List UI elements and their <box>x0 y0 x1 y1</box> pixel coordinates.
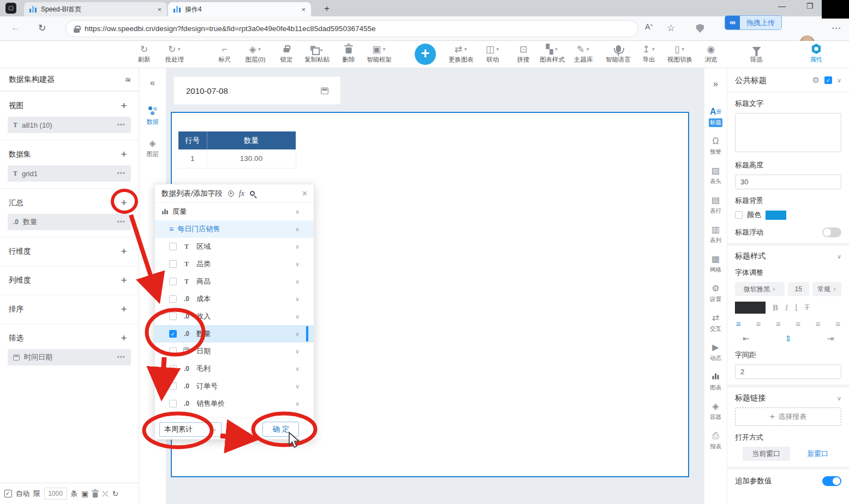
open-new-window-button[interactable]: 新窗口 <box>794 447 842 461</box>
summary-item[interactable]: .0 数量 ••• <box>8 214 131 230</box>
align-bottom-icon[interactable]: ≡ <box>835 319 840 328</box>
align-right-icon[interactable]: ≡ <box>776 319 781 328</box>
strip-item-title[interactable]: A≡ 标题 <box>704 106 727 127</box>
collapse-panel-icon[interactable]: ≡‹ <box>125 75 130 84</box>
strikethrough-icon[interactable]: T <box>805 303 810 312</box>
tab-close-icon[interactable]: × <box>301 5 306 14</box>
add-view-button[interactable]: + <box>118 100 130 112</box>
indent-end-icon[interactable]: ⇥ <box>827 334 834 344</box>
bg-color-checkbox[interactable] <box>735 211 743 219</box>
chevron-down-icon[interactable]: ∨ <box>295 313 300 320</box>
toolbar-voice[interactable]: 智能语言 <box>606 44 631 64</box>
item-more-icon[interactable]: ••• <box>117 218 125 226</box>
field-row[interactable]: .0 销售单价 ∨ <box>155 395 314 412</box>
search-icon[interactable] <box>250 191 255 196</box>
chevron-down-icon[interactable]: ∨ <box>295 296 300 303</box>
vertical-fit-icon[interactable]: ⇕ <box>785 334 792 344</box>
field-checkbox[interactable] <box>169 347 177 355</box>
chevron-down-icon[interactable]: ∨ <box>295 348 300 355</box>
tab-workspaces-icon[interactable]: ▢ <box>5 3 16 14</box>
new-tab-button[interactable]: + <box>320 2 334 15</box>
open-current-window-button[interactable]: 当前窗口 <box>743 447 790 461</box>
link-section-header[interactable]: 标题链接 ∨ <box>735 393 841 403</box>
item-more-icon[interactable]: ••• <box>117 353 125 361</box>
window-restore-button[interactable]: ❐ <box>806 2 814 10</box>
data-tab[interactable]: 数据 <box>139 106 166 126</box>
filter-item[interactable]: 时间日期 ••• <box>8 349 131 365</box>
code-window-icon[interactable]: ▣ <box>81 489 88 498</box>
align-top-icon[interactable]: ≡ <box>796 319 800 328</box>
toolbar-theme[interactable]: ✎▼ 主题库 <box>574 44 593 64</box>
chevron-down-icon[interactable]: ∨ <box>295 278 300 285</box>
add-col-dim-button[interactable]: + <box>118 274 130 286</box>
drag-upload-chip[interactable]: ∞ 拖拽上传 <box>725 15 782 30</box>
align-left-icon[interactable]: ≡ <box>736 319 741 328</box>
item-more-icon[interactable]: ••• <box>117 121 125 129</box>
browser-tab-home[interactable]: Speed-BI首页 × <box>24 2 167 16</box>
field-row[interactable]: .0 收入 ∨ <box>155 308 314 325</box>
field-row[interactable]: .0 成本 ∨ <box>155 290 314 308</box>
font-family-select[interactable]: 微软雅黑∨ <box>735 282 785 296</box>
browser-tab-design[interactable]: 操作4 × <box>168 2 311 16</box>
toolbar-delete[interactable]: 删除 <box>343 44 355 64</box>
toolbar-view-switch[interactable]: ▯▼ 视图切换 <box>667 44 692 64</box>
alias-input[interactable] <box>159 422 222 437</box>
field-checkbox[interactable] <box>169 365 177 373</box>
font-weight-select[interactable]: 常规∨ <box>812 282 841 296</box>
toolbar-refresh[interactable]: ↻ 刷新 <box>138 44 151 64</box>
toolbar-layers[interactable]: ◈▼ 图层(0) <box>245 44 265 64</box>
window-minimize-button[interactable]: — <box>778 2 786 10</box>
toolbar-change-chart[interactable]: ⇄▼ 更换图表 <box>449 44 474 64</box>
strip-item-table-cols[interactable]: ▥ 表列 <box>704 224 727 245</box>
strip-item-dynamic[interactable]: ▶ 动态 <box>704 342 727 363</box>
collapse-left-strip[interactable]: « <box>139 78 166 88</box>
field-checkbox[interactable] <box>169 400 177 407</box>
toolbar-ruler[interactable]: ⌐ 标尺 <box>219 44 231 64</box>
bold-icon[interactable]: B <box>773 303 778 313</box>
shield-icon[interactable] <box>696 24 704 33</box>
add-dataset-button[interactable]: + <box>118 148 130 160</box>
field-checkbox[interactable] <box>169 295 177 303</box>
toolbar-chart-style[interactable]: ▚▼ 图表样式 <box>540 44 565 64</box>
browser-menu-icon[interactable]: ⋯ <box>832 22 842 34</box>
auto-checkbox[interactable] <box>4 490 12 497</box>
toolbar-lock[interactable]: 锁定 <box>280 44 293 64</box>
align-middle-icon[interactable]: ≡ <box>816 319 821 328</box>
confirm-button[interactable]: 确 定 <box>262 422 299 437</box>
strip-item-settings[interactable]: ⚙ 设置 <box>704 283 727 304</box>
shuffle-icon[interactable]: ⤬ <box>102 489 108 499</box>
strip-item-container[interactable]: ◈ 容器 <box>704 401 727 422</box>
chevron-down-icon[interactable]: ∨ <box>295 261 300 268</box>
favorites-star-icon[interactable]: ☆ <box>667 22 675 34</box>
date-filter-widget[interactable]: 2010-07-08 <box>174 76 340 105</box>
tag-icon[interactable] <box>227 189 235 197</box>
chevron-down-icon[interactable]: ∨ <box>295 243 300 250</box>
toolbar-smart-frame[interactable]: ▣▼ 智能框架 <box>367 44 392 64</box>
chevron-down-icon[interactable]: ∨ <box>295 365 300 373</box>
chevron-down-icon[interactable]: ∨ <box>295 331 300 338</box>
font-color-swatch[interactable] <box>735 302 766 314</box>
toolbar-properties[interactable]: 属性 <box>810 44 823 64</box>
strip-item-interaction[interactable]: ⇄ 交互 <box>704 313 727 333</box>
title-height-input[interactable] <box>735 175 841 189</box>
limit-input[interactable] <box>44 488 67 500</box>
field-checkbox[interactable] <box>169 260 177 268</box>
style-section-header[interactable]: 标题样式 ∨ <box>735 251 841 261</box>
field-row[interactable]: 日期 ∨ <box>155 343 314 360</box>
field-row[interactable]: .0 毛利 ∨ <box>155 360 314 377</box>
field-row[interactable]: T 品类 ∨ <box>155 255 314 273</box>
strip-item-table-rows[interactable]: ▤ 表行 <box>704 195 727 215</box>
gear-icon[interactable]: ⚙ <box>812 75 819 85</box>
strip-item-alert[interactable]: Ω 预警 <box>704 136 727 157</box>
group-dataset[interactable]: ≡ 每日门店销售 ∧ <box>155 220 314 238</box>
view-item[interactable]: T a81h (10) ••• <box>8 117 131 133</box>
field-checkbox[interactable] <box>169 243 177 250</box>
field-row[interactable]: T 商品 ∨ <box>155 273 314 290</box>
append-param-toggle[interactable] <box>822 476 841 486</box>
underline-icon[interactable]: I <box>795 303 798 312</box>
select-report-button[interactable]: + 选择报表 <box>735 407 841 426</box>
field-row[interactable]: .0 订单号 ∨ <box>155 377 314 395</box>
dataset-item[interactable]: T grid1 ••• <box>8 165 131 182</box>
reload-icon[interactable]: ↻ <box>38 22 46 34</box>
add-row-dim-button[interactable]: + <box>118 245 130 257</box>
